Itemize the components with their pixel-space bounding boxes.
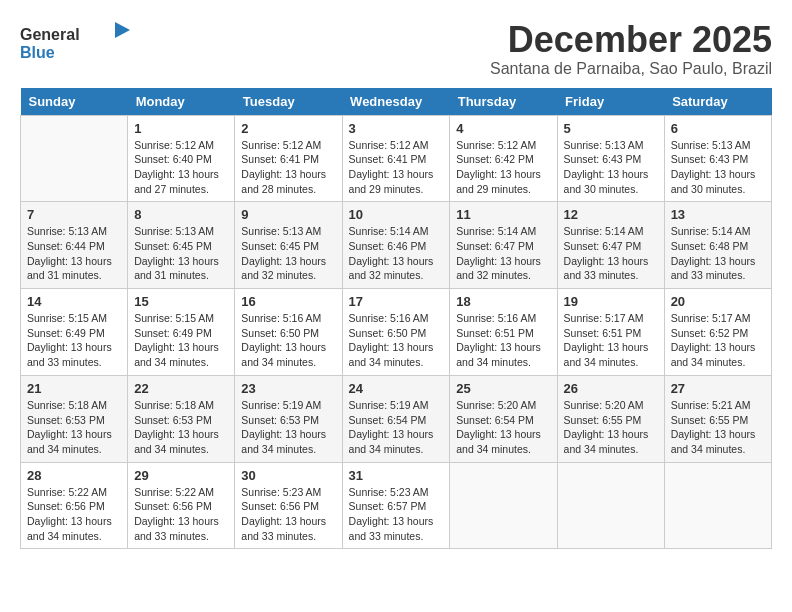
calendar-cell: 30Sunrise: 5:23 AMSunset: 6:56 PMDayligh… (235, 462, 342, 549)
page-header: General Blue December 2025 Santana de Pa… (20, 20, 772, 78)
calendar-cell: 21Sunrise: 5:18 AMSunset: 6:53 PMDayligh… (21, 375, 128, 462)
day-number: 12 (564, 207, 658, 222)
calendar-cell: 27Sunrise: 5:21 AMSunset: 6:55 PMDayligh… (664, 375, 771, 462)
svg-text:General: General (20, 26, 80, 43)
day-number: 10 (349, 207, 444, 222)
col-monday: Monday (128, 88, 235, 116)
day-info: Sunrise: 5:12 AMSunset: 6:41 PMDaylight:… (241, 138, 335, 197)
day-info: Sunrise: 5:13 AMSunset: 6:45 PMDaylight:… (134, 224, 228, 283)
logo: General Blue (20, 20, 140, 69)
calendar-cell: 4Sunrise: 5:12 AMSunset: 6:42 PMDaylight… (450, 115, 557, 202)
day-info: Sunrise: 5:16 AMSunset: 6:50 PMDaylight:… (349, 311, 444, 370)
day-number: 1 (134, 121, 228, 136)
day-number: 19 (564, 294, 658, 309)
day-number: 24 (349, 381, 444, 396)
day-info: Sunrise: 5:16 AMSunset: 6:51 PMDaylight:… (456, 311, 550, 370)
day-info: Sunrise: 5:19 AMSunset: 6:53 PMDaylight:… (241, 398, 335, 457)
day-info: Sunrise: 5:15 AMSunset: 6:49 PMDaylight:… (27, 311, 121, 370)
calendar-cell: 26Sunrise: 5:20 AMSunset: 6:55 PMDayligh… (557, 375, 664, 462)
calendar-body: 1Sunrise: 5:12 AMSunset: 6:40 PMDaylight… (21, 115, 772, 549)
calendar-cell (21, 115, 128, 202)
day-number: 2 (241, 121, 335, 136)
day-number: 6 (671, 121, 765, 136)
calendar-cell: 11Sunrise: 5:14 AMSunset: 6:47 PMDayligh… (450, 202, 557, 289)
day-number: 9 (241, 207, 335, 222)
calendar-cell: 1Sunrise: 5:12 AMSunset: 6:40 PMDaylight… (128, 115, 235, 202)
day-number: 8 (134, 207, 228, 222)
day-number: 11 (456, 207, 550, 222)
col-sunday: Sunday (21, 88, 128, 116)
day-info: Sunrise: 5:20 AMSunset: 6:55 PMDaylight:… (564, 398, 658, 457)
calendar-cell: 19Sunrise: 5:17 AMSunset: 6:51 PMDayligh… (557, 289, 664, 376)
calendar-cell: 6Sunrise: 5:13 AMSunset: 6:43 PMDaylight… (664, 115, 771, 202)
day-number: 31 (349, 468, 444, 483)
calendar-cell: 20Sunrise: 5:17 AMSunset: 6:52 PMDayligh… (664, 289, 771, 376)
calendar-cell: 15Sunrise: 5:15 AMSunset: 6:49 PMDayligh… (128, 289, 235, 376)
day-number: 29 (134, 468, 228, 483)
day-info: Sunrise: 5:15 AMSunset: 6:49 PMDaylight:… (134, 311, 228, 370)
day-info: Sunrise: 5:13 AMSunset: 6:45 PMDaylight:… (241, 224, 335, 283)
calendar-title: December 2025 (490, 20, 772, 60)
day-number: 5 (564, 121, 658, 136)
calendar-subtitle: Santana de Parnaiba, Sao Paulo, Brazil (490, 60, 772, 78)
calendar-cell: 5Sunrise: 5:13 AMSunset: 6:43 PMDaylight… (557, 115, 664, 202)
day-number: 7 (27, 207, 121, 222)
calendar-cell: 28Sunrise: 5:22 AMSunset: 6:56 PMDayligh… (21, 462, 128, 549)
day-info: Sunrise: 5:18 AMSunset: 6:53 PMDaylight:… (27, 398, 121, 457)
calendar-table: Sunday Monday Tuesday Wednesday Thursday… (20, 88, 772, 550)
calendar-cell: 18Sunrise: 5:16 AMSunset: 6:51 PMDayligh… (450, 289, 557, 376)
day-info: Sunrise: 5:23 AMSunset: 6:56 PMDaylight:… (241, 485, 335, 544)
calendar-week-row: 7Sunrise: 5:13 AMSunset: 6:44 PMDaylight… (21, 202, 772, 289)
col-tuesday: Tuesday (235, 88, 342, 116)
day-number: 22 (134, 381, 228, 396)
day-number: 17 (349, 294, 444, 309)
calendar-cell: 8Sunrise: 5:13 AMSunset: 6:45 PMDaylight… (128, 202, 235, 289)
calendar-cell: 17Sunrise: 5:16 AMSunset: 6:50 PMDayligh… (342, 289, 450, 376)
calendar-cell: 23Sunrise: 5:19 AMSunset: 6:53 PMDayligh… (235, 375, 342, 462)
day-info: Sunrise: 5:20 AMSunset: 6:54 PMDaylight:… (456, 398, 550, 457)
day-info: Sunrise: 5:18 AMSunset: 6:53 PMDaylight:… (134, 398, 228, 457)
col-thursday: Thursday (450, 88, 557, 116)
day-number: 28 (27, 468, 121, 483)
day-info: Sunrise: 5:12 AMSunset: 6:40 PMDaylight:… (134, 138, 228, 197)
calendar-week-row: 21Sunrise: 5:18 AMSunset: 6:53 PMDayligh… (21, 375, 772, 462)
calendar-cell: 16Sunrise: 5:16 AMSunset: 6:50 PMDayligh… (235, 289, 342, 376)
calendar-cell: 31Sunrise: 5:23 AMSunset: 6:57 PMDayligh… (342, 462, 450, 549)
calendar-cell: 10Sunrise: 5:14 AMSunset: 6:46 PMDayligh… (342, 202, 450, 289)
day-info: Sunrise: 5:13 AMSunset: 6:44 PMDaylight:… (27, 224, 121, 283)
day-number: 20 (671, 294, 765, 309)
day-info: Sunrise: 5:13 AMSunset: 6:43 PMDaylight:… (564, 138, 658, 197)
calendar-cell: 22Sunrise: 5:18 AMSunset: 6:53 PMDayligh… (128, 375, 235, 462)
day-number: 25 (456, 381, 550, 396)
day-info: Sunrise: 5:14 AMSunset: 6:47 PMDaylight:… (456, 224, 550, 283)
calendar-cell (664, 462, 771, 549)
col-wednesday: Wednesday (342, 88, 450, 116)
calendar-cell: 12Sunrise: 5:14 AMSunset: 6:47 PMDayligh… (557, 202, 664, 289)
day-info: Sunrise: 5:23 AMSunset: 6:57 PMDaylight:… (349, 485, 444, 544)
day-number: 3 (349, 121, 444, 136)
day-number: 26 (564, 381, 658, 396)
day-info: Sunrise: 5:16 AMSunset: 6:50 PMDaylight:… (241, 311, 335, 370)
calendar-cell: 14Sunrise: 5:15 AMSunset: 6:49 PMDayligh… (21, 289, 128, 376)
calendar-cell: 9Sunrise: 5:13 AMSunset: 6:45 PMDaylight… (235, 202, 342, 289)
calendar-cell: 3Sunrise: 5:12 AMSunset: 6:41 PMDaylight… (342, 115, 450, 202)
svg-text:Blue: Blue (20, 44, 55, 61)
col-saturday: Saturday (664, 88, 771, 116)
day-info: Sunrise: 5:14 AMSunset: 6:48 PMDaylight:… (671, 224, 765, 283)
day-info: Sunrise: 5:21 AMSunset: 6:55 PMDaylight:… (671, 398, 765, 457)
calendar-cell: 24Sunrise: 5:19 AMSunset: 6:54 PMDayligh… (342, 375, 450, 462)
calendar-week-row: 28Sunrise: 5:22 AMSunset: 6:56 PMDayligh… (21, 462, 772, 549)
day-number: 16 (241, 294, 335, 309)
logo-text: General Blue (20, 20, 140, 69)
day-info: Sunrise: 5:17 AMSunset: 6:51 PMDaylight:… (564, 311, 658, 370)
day-number: 21 (27, 381, 121, 396)
calendar-cell (450, 462, 557, 549)
day-info: Sunrise: 5:14 AMSunset: 6:47 PMDaylight:… (564, 224, 658, 283)
day-info: Sunrise: 5:12 AMSunset: 6:42 PMDaylight:… (456, 138, 550, 197)
day-number: 30 (241, 468, 335, 483)
calendar-cell: 25Sunrise: 5:20 AMSunset: 6:54 PMDayligh… (450, 375, 557, 462)
day-info: Sunrise: 5:22 AMSunset: 6:56 PMDaylight:… (134, 485, 228, 544)
calendar-cell (557, 462, 664, 549)
day-number: 4 (456, 121, 550, 136)
col-friday: Friday (557, 88, 664, 116)
